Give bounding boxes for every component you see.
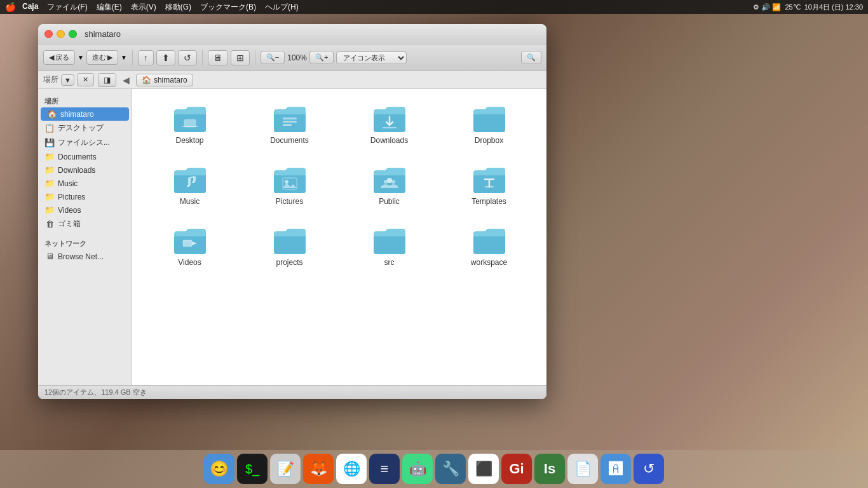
file-item-documents[interactable]: Documents — [242, 99, 337, 150]
videos-sidebar-icon: 📁 — [44, 205, 55, 215]
file-label-projects: projects — [276, 258, 302, 267]
sidebar-item-browse-network[interactable]: 🖥 Browse Net... — [38, 250, 132, 263]
app6-icon: ≡ — [381, 461, 389, 477]
minimize-button[interactable] — [57, 30, 65, 38]
file-manager-window: shimataro ◀ 戻る ▼ 進む ▶ ▼ ↑ ⬆ ↺ 🖥 ⊞ 🔍− 100… — [38, 24, 546, 399]
svg-rect-12 — [183, 240, 192, 247]
maximize-button[interactable] — [69, 30, 77, 38]
svg-rect-11 — [485, 186, 494, 187]
menu-app-name[interactable]: Caja — [22, 2, 38, 13]
file-label-templates: Templates — [471, 197, 506, 206]
dock-item-terminal[interactable]: $_ — [237, 454, 268, 484]
dock-item-chrome[interactable]: 🌐 — [336, 454, 367, 484]
dock-item-firefox[interactable]: 🦊 — [303, 454, 334, 484]
close-button[interactable] — [44, 30, 53, 38]
view-toggle-button[interactable]: ⊞ — [231, 50, 250, 65]
sidebar-item-trash[interactable]: 🗑 ゴミ箱 — [38, 217, 132, 231]
file-label-workspace: workspace — [471, 258, 507, 267]
folder-icon-dropbox — [472, 104, 506, 133]
sidebar-item-shimataro[interactable]: 🏠 shimataro — [41, 107, 129, 121]
dock-item-app11[interactable]: Is — [534, 454, 565, 484]
downloads-sidebar-icon: 📁 — [44, 165, 55, 175]
search-button[interactable]: 🔍 — [521, 51, 541, 64]
svg-rect-4 — [283, 124, 292, 126]
system-tray: ⚙ 🔊 📶 25℃ 10月4日 (日) 12:30 — [753, 3, 863, 12]
open-terminal-button[interactable]: 🖥 — [208, 50, 228, 65]
window-controls — [44, 30, 77, 38]
menu-bookmarks[interactable]: ブックマーク(B) — [200, 2, 256, 13]
app8-icon: 🔧 — [442, 461, 459, 477]
dock-item-appstore[interactable]: 🅰 — [600, 454, 631, 484]
text-editor-icon: 📝 — [277, 461, 294, 477]
menu-edit[interactable]: 編集(E) — [97, 2, 122, 13]
file-label-src: src — [384, 258, 395, 267]
dock-item-app8[interactable]: 🔧 — [435, 454, 466, 484]
back-dropdown-icon[interactable]: ▼ — [78, 54, 84, 61]
nav-back-arrow[interactable]: ◀ — [120, 74, 132, 86]
toggle-sidebar-button[interactable]: ◨ — [98, 73, 116, 87]
folder-icon-templates — [472, 165, 506, 194]
file-item-music[interactable]: Music — [142, 160, 237, 211]
status-text: 12個のアイテム、119.4 GB 空き — [44, 388, 147, 397]
dock-item-android-studio[interactable]: 🤖 — [402, 454, 433, 484]
firefox-icon: 🦊 — [310, 461, 327, 477]
path-home-button[interactable]: 🏠 shimataro — [136, 74, 193, 86]
svg-point-8 — [387, 178, 392, 183]
dock-item-gitkraken[interactable]: Gi — [501, 454, 532, 484]
menu-view[interactable]: 表示(V) — [131, 2, 156, 13]
app14-icon: ↺ — [643, 461, 654, 477]
zoom-out-button[interactable]: 🔍− — [261, 51, 285, 64]
file-item-pictures[interactable]: Pictures — [242, 160, 337, 211]
file-item-downloads[interactable]: Downloads — [342, 99, 437, 150]
dock-item-app12[interactable]: 📄 — [567, 454, 598, 484]
sidebar-item-documents[interactable]: 📁 Documents — [38, 150, 132, 163]
dock-item-finder[interactable]: 😊 — [204, 454, 234, 484]
location-dropdown[interactable]: ▼ — [61, 74, 74, 86]
file-label-music: Music — [180, 197, 200, 206]
file-item-public[interactable]: Public — [342, 160, 437, 211]
location-close[interactable]: ✕ — [77, 73, 94, 86]
main-content: 場所 🏠 shimataro 📋 デスクトップ 💾 ファイルシス... 📁 Do… — [38, 89, 546, 385]
dock-item-app6[interactable]: ≡ — [369, 454, 400, 484]
home-button[interactable]: ⬆ — [156, 50, 175, 65]
back-button[interactable]: ◀ 戻る — [43, 50, 75, 65]
zoom-level: 100% — [287, 53, 307, 62]
forward-button[interactable]: 進む ▶ — [86, 50, 118, 65]
file-item-dropbox[interactable]: Dropbox — [442, 99, 536, 150]
menu-go[interactable]: 移動(G) — [165, 2, 191, 13]
sidebar-item-music[interactable]: 📁 Music — [38, 177, 132, 190]
file-item-videos[interactable]: Videos — [142, 221, 237, 272]
up-button[interactable]: ↑ — [138, 50, 154, 65]
file-item-src[interactable]: src — [342, 221, 437, 272]
file-item-projects[interactable]: projects — [242, 221, 337, 272]
folder-icon-desktop — [173, 104, 207, 133]
menu-items: Caja ファイル(F) 編集(E) 表示(V) 移動(G) ブックマーク(B)… — [22, 2, 753, 13]
file-item-desktop[interactable]: Desktop — [142, 99, 237, 150]
sidebar-item-downloads[interactable]: 📁 Downloads — [38, 163, 132, 177]
sidebar-item-desktop[interactable]: 📋 デスクトップ — [38, 121, 132, 135]
file-item-workspace[interactable]: workspace — [442, 221, 536, 272]
folder-icon-documents — [273, 104, 307, 133]
menu-file[interactable]: ファイル(F) — [47, 2, 87, 13]
svg-rect-1 — [182, 126, 198, 127]
view-selector[interactable]: アイコン表示 リスト表示 コンパクト表示 — [336, 51, 407, 64]
appstore-icon: 🅰 — [609, 461, 623, 477]
refresh-button[interactable]: ↺ — [178, 50, 197, 65]
file-item-templates[interactable]: Templates — [442, 160, 536, 211]
desktop-sidebar-icon: 📋 — [44, 123, 55, 133]
dock-item-unity[interactable]: ⬛ — [468, 454, 499, 484]
sidebar-item-pictures[interactable]: 📁 Pictures — [38, 190, 132, 203]
dock-item-app14[interactable]: ↺ — [634, 454, 664, 484]
menu-help[interactable]: ヘルプ(H) — [265, 2, 299, 13]
sidebar-item-videos[interactable]: 📁 Videos — [38, 203, 132, 217]
apple-logo-icon[interactable]: 🍎 — [5, 2, 16, 12]
zoom-controls: 🔍− 100% 🔍+ — [261, 51, 334, 64]
music-sidebar-icon: 📁 — [44, 179, 55, 188]
dock-item-text-editor[interactable]: 📝 — [270, 454, 301, 484]
gitkraken-icon: Gi — [509, 461, 524, 477]
sidebar-item-filesystem[interactable]: 💾 ファイルシス... — [38, 135, 132, 150]
filesystem-sidebar-icon: 💾 — [44, 138, 55, 147]
file-label-desktop: Desktop — [175, 136, 203, 145]
zoom-in-button[interactable]: 🔍+ — [309, 51, 334, 64]
forward-dropdown-icon[interactable]: ▼ — [121, 54, 127, 61]
